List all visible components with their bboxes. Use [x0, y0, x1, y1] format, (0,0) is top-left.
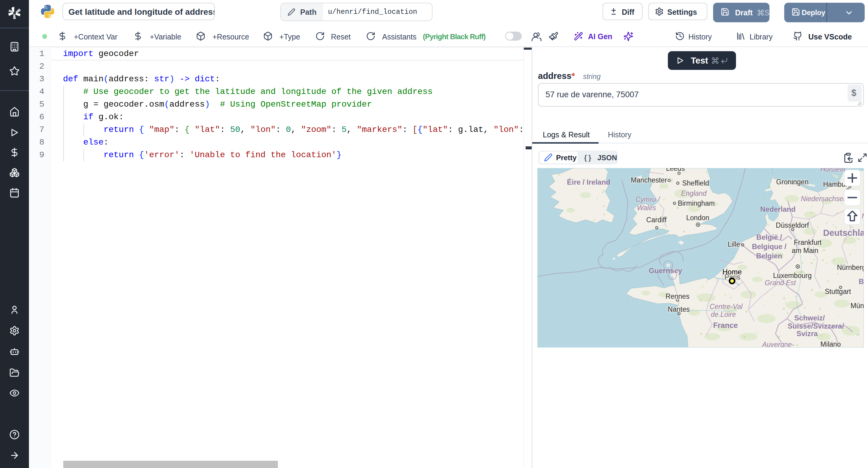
svg-text:Cardiff: Cardiff	[646, 216, 667, 224]
svg-text:Schweiz/: Schweiz/	[794, 314, 825, 322]
svg-text:België /: België /	[756, 233, 782, 241]
svg-text:Centre-Val: Centre-Val	[710, 303, 743, 310]
svg-text:Leeds: Leeds	[666, 168, 685, 172]
svg-text:de Loire: de Loire	[711, 310, 736, 318]
svg-text:England: England	[681, 190, 707, 197]
svg-text:Niedersachsen: Niedersachsen	[801, 195, 847, 203]
svg-text:Home: Home	[722, 268, 742, 276]
svg-text:Nürnberg: Nürnberg	[837, 264, 864, 271]
svg-text:Éire / Ireland: Éire / Ireland	[567, 178, 610, 186]
svg-text:France: France	[713, 321, 738, 330]
svg-text:Grand Est: Grand Est	[765, 279, 796, 287]
svg-text:London: London	[686, 214, 710, 222]
svg-text:Holstein: Holstein	[820, 168, 845, 173]
svg-text:Düsseldorf: Düsseldorf	[776, 221, 809, 229]
svg-text:Belgien: Belgien	[756, 252, 782, 260]
svg-text:München: München	[850, 302, 864, 310]
svg-text:Nantes: Nantes	[668, 305, 690, 313]
svg-text:M: M	[862, 212, 864, 220]
svg-text:Deutschland: Deutschland	[823, 228, 864, 238]
svg-text:Groningen: Groningen	[776, 178, 808, 186]
svg-text:Nederland: Nederland	[760, 205, 795, 213]
svg-text:Belgique /: Belgique /	[752, 242, 786, 250]
svg-text:Guernsey: Guernsey	[649, 267, 682, 275]
svg-text:Stuttgart: Stuttgart	[825, 288, 851, 295]
svg-text:Ba: Ba	[859, 277, 864, 286]
svg-text:Birmingham: Birmingham	[678, 199, 715, 207]
svg-text:Manchester: Manchester	[631, 176, 667, 184]
svg-text:Sheffield: Sheffield	[682, 179, 709, 187]
svg-text:Wales: Wales	[637, 204, 656, 212]
svg-text:am Main: am Main	[792, 247, 818, 255]
svg-text:Rennes: Rennes	[665, 293, 689, 300]
svg-text:Luxembourg: Luxembourg	[773, 272, 812, 279]
svg-text:Svizra: Svizra	[797, 330, 818, 338]
svg-text:Milano: Milano	[820, 340, 841, 347]
svg-text:Lille: Lille	[728, 240, 740, 248]
svg-text:Suisse/Svizzera/: Suisse/Svizzera/	[788, 322, 844, 330]
svg-text:Frankfurt: Frankfurt	[794, 238, 822, 246]
svg-text:Cymru /: Cymru /	[636, 196, 661, 203]
svg-text:Auvergne-: Auvergne-	[762, 341, 794, 347]
